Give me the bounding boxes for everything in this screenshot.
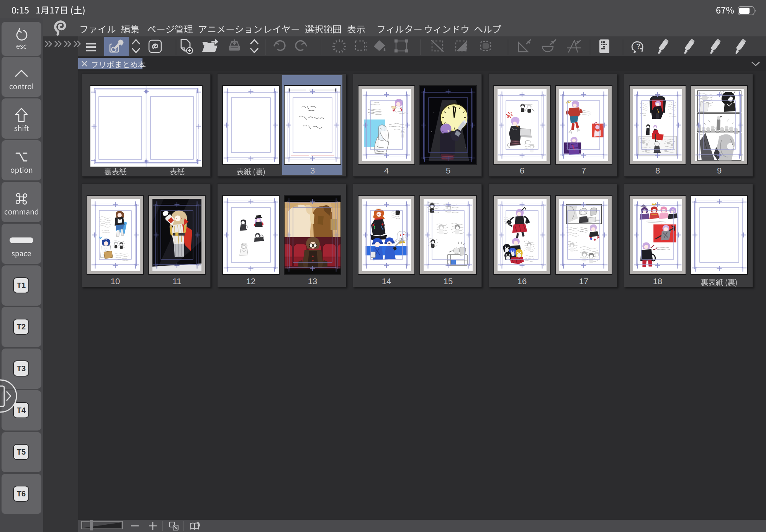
svg-text:?: ? [636,42,641,50]
svg-text:P: P [508,114,510,118]
